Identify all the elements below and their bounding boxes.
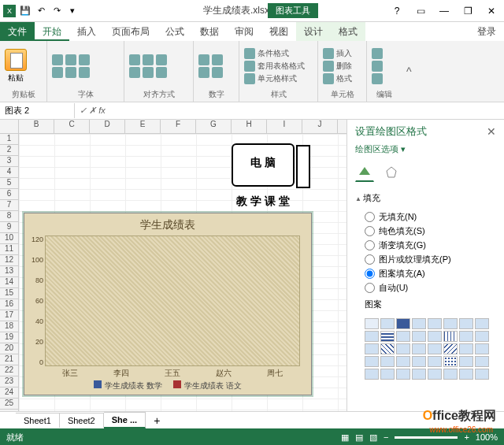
fx-icon[interactable]: ✓ ✗ fx	[75, 106, 110, 116]
pattern-swatch[interactable]	[365, 331, 379, 342]
zoom-out-icon[interactable]: −	[384, 432, 388, 442]
radio-picture-fill[interactable]: 图片或纹理填充(P)	[365, 254, 496, 265]
radio-solid-fill[interactable]: 纯色填充(S)	[365, 225, 496, 237]
pattern-swatch[interactable]	[412, 369, 426, 380]
pattern-swatch[interactable]	[428, 331, 442, 342]
pattern-swatch[interactable]	[380, 318, 395, 329]
sign-in-link[interactable]: 登录	[469, 22, 504, 41]
fill-icon[interactable]	[372, 61, 383, 72]
pattern-swatch[interactable]	[459, 356, 473, 367]
paste-button[interactable]: 粘贴	[5, 49, 27, 83]
row-header[interactable]: 14	[0, 277, 18, 288]
select-all-corner[interactable]	[0, 120, 19, 133]
col-header[interactable]: I	[267, 120, 302, 133]
chart-plot-area[interactable]	[45, 235, 300, 366]
tab-formulas[interactable]: 公式	[158, 22, 192, 41]
qat-dropdown-icon[interactable]: ▾	[66, 5, 79, 17]
col-header[interactable]: F	[161, 120, 196, 133]
fill-color-icon[interactable]	[65, 67, 76, 78]
pattern-swatch[interactable]	[459, 343, 473, 354]
bold-icon[interactable]	[52, 54, 63, 65]
pattern-swatch[interactable]	[428, 356, 442, 367]
row-header[interactable]: 17	[0, 310, 18, 321]
pattern-swatch[interactable]	[443, 369, 458, 380]
row-header[interactable]: 13	[0, 266, 18, 277]
pattern-swatch[interactable]	[380, 331, 395, 342]
sheet-tab[interactable]: Sheet1	[16, 413, 60, 428]
radio-auto-fill[interactable]: 自动(U)	[365, 282, 496, 294]
align-middle-icon[interactable]	[143, 54, 154, 65]
cell-grid[interactable]: 电 脑 教 学 课 堂 学生成绩表 120100806040200 张三李四王五…	[19, 134, 346, 411]
pattern-swatch[interactable]	[412, 318, 426, 329]
row-header[interactable]: 10	[0, 233, 18, 244]
pattern-swatch[interactable]	[365, 343, 379, 354]
border-icon[interactable]	[52, 67, 63, 78]
pattern-swatch[interactable]	[475, 331, 489, 342]
pattern-swatch[interactable]	[396, 356, 410, 367]
radio-no-fill[interactable]: 无填充(N)	[365, 211, 496, 223]
pattern-swatch[interactable]	[428, 343, 442, 354]
pattern-swatch[interactable]	[396, 343, 410, 354]
help-icon[interactable]: ?	[387, 5, 406, 17]
minimize-button[interactable]: —	[435, 5, 454, 17]
pattern-swatch[interactable]	[396, 369, 410, 380]
row-header[interactable]: 12	[0, 255, 18, 266]
pattern-swatch[interactable]	[396, 331, 410, 342]
chart-object[interactable]: 学生成绩表 120100806040200 张三李四王五赵六周七 学生成绩表 数…	[24, 213, 312, 395]
radio-gradient-fill[interactable]: 渐变填充(G)	[365, 239, 496, 251]
tab-file[interactable]: 文件	[0, 22, 35, 41]
row-header[interactable]: 24	[0, 388, 18, 399]
col-header[interactable]: D	[90, 120, 125, 133]
pattern-swatch[interactable]	[443, 331, 458, 342]
save-icon[interactable]: 💾	[19, 5, 32, 17]
insert-cells-button[interactable]: 插入	[323, 48, 352, 59]
pattern-swatch[interactable]	[443, 343, 458, 354]
pattern-swatch[interactable]	[380, 343, 395, 354]
cell-styles-button[interactable]: 单元格样式	[244, 73, 305, 84]
col-header[interactable]: B	[19, 120, 54, 133]
row-header[interactable]: 6	[0, 189, 18, 200]
pattern-swatch[interactable]	[412, 343, 426, 354]
col-header[interactable]: G	[196, 120, 232, 133]
align-top-icon[interactable]	[129, 54, 140, 65]
tab-page-layout[interactable]: 页面布局	[104, 22, 158, 41]
row-header[interactable]: 20	[0, 343, 18, 354]
pattern-swatch[interactable]	[380, 356, 395, 367]
row-header[interactable]: 21	[0, 354, 18, 365]
conditional-format-button[interactable]: 条件格式	[244, 48, 305, 59]
row-header[interactable]: 3	[0, 156, 18, 167]
collapse-ribbon-icon[interactable]: ^	[406, 65, 416, 78]
col-header[interactable]: J	[302, 120, 338, 133]
pattern-swatch[interactable]	[475, 318, 489, 329]
row-header[interactable]: 1	[0, 134, 18, 145]
view-break-icon[interactable]: ▧	[369, 432, 377, 443]
percent-icon[interactable]	[212, 54, 223, 65]
underline-icon[interactable]	[79, 54, 90, 65]
row-header[interactable]: 16	[0, 299, 18, 310]
row-header[interactable]: 9	[0, 222, 18, 233]
pattern-swatch[interactable]	[396, 318, 410, 329]
row-header[interactable]: 22	[0, 365, 18, 376]
pattern-swatch[interactable]	[459, 331, 473, 342]
tab-home[interactable]: 开始	[35, 22, 69, 41]
align-left-icon[interactable]	[129, 67, 140, 78]
tab-design[interactable]: 设计	[296, 22, 331, 41]
close-button[interactable]: ✕	[482, 5, 501, 17]
align-right-icon[interactable]	[156, 67, 167, 78]
row-header[interactable]: 18	[0, 321, 18, 332]
effects-icon[interactable]	[382, 163, 401, 182]
pattern-swatch[interactable]	[443, 356, 458, 367]
increase-decimal-icon[interactable]	[198, 67, 209, 78]
pattern-swatch[interactable]	[428, 369, 442, 380]
pattern-swatch[interactable]	[380, 369, 395, 380]
chart-legend[interactable]: 学生成绩表 数学 学生成绩表 语文	[24, 380, 311, 391]
tab-format[interactable]: 格式	[331, 22, 365, 41]
row-header[interactable]: 19	[0, 332, 18, 343]
radio-pattern-fill[interactable]: 图案填充(A)	[365, 268, 496, 280]
row-header[interactable]: 2	[0, 145, 18, 156]
autosum-icon[interactable]	[372, 48, 383, 59]
tab-view[interactable]: 视图	[261, 22, 296, 41]
pattern-swatch[interactable]	[475, 356, 489, 367]
row-header[interactable]: 23	[0, 376, 18, 388]
align-bottom-icon[interactable]	[156, 54, 167, 65]
